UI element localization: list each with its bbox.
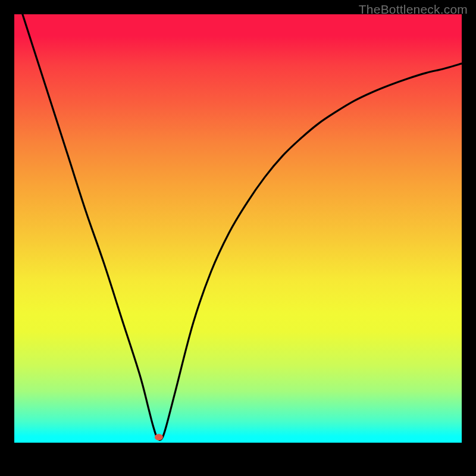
x-axis-band bbox=[14, 443, 462, 462]
optimal-point-marker bbox=[155, 434, 163, 440]
curve-svg bbox=[14, 14, 462, 443]
plot-area bbox=[14, 14, 462, 443]
bottleneck-curve bbox=[14, 14, 462, 440]
plot-frame bbox=[14, 14, 462, 462]
watermark-text: TheBottleneck.com bbox=[359, 2, 468, 17]
